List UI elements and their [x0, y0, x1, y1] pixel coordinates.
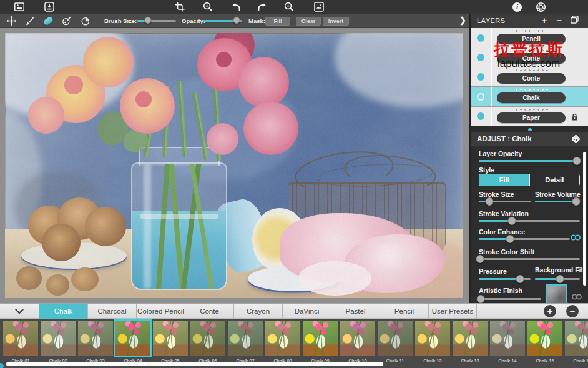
preset-chalk-05[interactable]: Chalk 05: [152, 319, 189, 368]
chain-link-icon-unlinked[interactable]: [571, 292, 583, 303]
mask-clear-button[interactable]: Clear: [296, 17, 321, 26]
layer-visibility-toggle[interactable]: [477, 112, 484, 120]
artistic-finish-texture-swatch[interactable]: [546, 284, 567, 303]
pressure-slider[interactable]: [479, 274, 531, 283]
preset-thumbnail[interactable]: [153, 321, 188, 356]
chevron-down-icon[interactable]: [0, 304, 39, 319]
add-layer-button[interactable]: +: [539, 15, 550, 26]
layer-visibility-toggle[interactable]: [477, 73, 484, 81]
layer-name-pill[interactable]: Conte: [497, 53, 566, 64]
color-enhance-slider[interactable]: [479, 234, 570, 243]
eraser-tool-icon[interactable]: [41, 15, 55, 27]
crop-icon[interactable]: [174, 1, 186, 12]
preset-thumbnail[interactable]: [527, 321, 562, 356]
preset-thumbnail[interactable]: [190, 321, 225, 356]
preset-thumbnail[interactable]: [78, 321, 113, 356]
move-tool-icon[interactable]: [4, 15, 18, 27]
stroke-size-slider[interactable]: [479, 197, 531, 206]
add-preset-button[interactable]: +: [544, 305, 556, 317]
paintbrush-tool-icon[interactable]: [23, 15, 37, 27]
shade-circle-tool-icon[interactable]: [79, 15, 92, 27]
layer-visibility-toggle[interactable]: [477, 93, 484, 101]
tab-pastel[interactable]: Pastel: [331, 304, 380, 319]
slider-knob[interactable]: [572, 197, 581, 206]
preset-chalk-06[interactable]: Chalk 06: [189, 319, 227, 368]
slider-knob[interactable]: [508, 217, 516, 225]
layer-row-pencil[interactable]: Pencil: [471, 28, 588, 47]
mask-invert-button[interactable]: Invert: [323, 17, 349, 26]
duplicate-layer-icon[interactable]: [569, 15, 580, 26]
preset-chalk-08[interactable]: Chalk 08: [264, 319, 301, 368]
background-fill-slider[interactable]: [535, 274, 580, 283]
slider-knob[interactable]: [573, 157, 581, 165]
preset-chalk-16[interactable]: Chalk 16: [564, 319, 588, 368]
tab-pencil[interactable]: Pencil: [380, 304, 428, 319]
layer-drag-handle[interactable]: [514, 89, 549, 91]
preset-thumbnail[interactable]: [265, 321, 300, 356]
layer-row-chalk-selected[interactable]: Chalk: [471, 87, 588, 106]
layer-row-conte-2[interactable]: Conte: [471, 67, 588, 87]
preset-chalk-02[interactable]: Chalk 02: [39, 319, 77, 368]
slider-knob[interactable]: [233, 17, 240, 24]
preset-chalk-14[interactable]: Chalk 14: [489, 319, 526, 368]
preset-thumbnail[interactable]: [303, 321, 338, 356]
tab-conte[interactable]: Conte: [185, 304, 233, 319]
mask-fill-button[interactable]: Fill: [265, 17, 290, 26]
stroke-variation-slider[interactable]: [479, 216, 580, 225]
remove-preset-button[interactable]: −: [566, 305, 579, 317]
preset-chalk-01[interactable]: Chalk 01: [2, 319, 39, 368]
preset-chalk-11[interactable]: Chalk 11: [376, 319, 414, 368]
zoom-out-icon[interactable]: [283, 1, 295, 12]
tab-davinci[interactable]: DaVinci: [282, 304, 331, 319]
layer-name-pill[interactable]: Paper: [497, 112, 566, 123]
preset-chalk-10[interactable]: Chalk 10: [339, 319, 376, 368]
chevron-right-icon[interactable]: ❯: [459, 16, 466, 25]
tab-charcoal[interactable]: Charcoal: [87, 304, 136, 319]
tab-user-presets[interactable]: User Presets: [428, 304, 477, 319]
opacity-slider[interactable]: [203, 17, 242, 24]
slider-knob[interactable]: [476, 255, 484, 263]
preset-strip-scrollbar[interactable]: [6, 362, 383, 366]
brush-size-slider[interactable]: [137, 17, 176, 24]
layer-name-pill[interactable]: Pencil: [497, 34, 566, 44]
randomize-dice-icon[interactable]: [571, 134, 581, 147]
redo-icon[interactable]: [256, 1, 268, 12]
preview-image-icon[interactable]: [313, 1, 325, 12]
layer-drag-handle[interactable]: [514, 49, 549, 51]
stroke-circle-tool-icon[interactable]: [60, 15, 74, 27]
preset-thumbnail[interactable]: [41, 321, 76, 356]
preset-thumbnail[interactable]: [565, 321, 588, 356]
layer-name-pill[interactable]: Conte: [497, 73, 566, 84]
preset-thumbnail[interactable]: [490, 321, 525, 356]
layer-drag-handle[interactable]: [514, 69, 549, 71]
stroke-color-shift-slider[interactable]: [479, 254, 580, 263]
settings-gear-icon[interactable]: [534, 1, 547, 12]
preset-chalk-03[interactable]: Chalk 03: [77, 319, 114, 368]
layer-row-paper[interactable]: Paper: [471, 107, 588, 126]
remove-layer-button[interactable]: −: [554, 15, 565, 26]
zoom-in-icon[interactable]: [202, 1, 214, 12]
preset-thumbnail[interactable]: [340, 321, 375, 356]
panel-splitter[interactable]: [469, 126, 588, 132]
import-image-icon[interactable]: [43, 1, 56, 12]
preset-chalk-13[interactable]: Chalk 13: [451, 319, 489, 368]
layer-drag-handle[interactable]: [514, 109, 549, 111]
canvas-artwork[interactable]: [5, 33, 463, 298]
style-fill-button[interactable]: Fill: [479, 174, 529, 186]
style-detail-button[interactable]: Detail: [529, 174, 580, 186]
slider-knob[interactable]: [145, 17, 152, 24]
layer-drag-handle[interactable]: [514, 30, 549, 32]
preset-chalk-15[interactable]: Chalk 15: [526, 319, 564, 368]
slider-knob[interactable]: [516, 275, 524, 283]
layer-visibility-toggle[interactable]: [477, 54, 484, 61]
slider-knob[interactable]: [485, 197, 493, 206]
chain-link-icon-linked[interactable]: [569, 233, 582, 244]
layer-name-pill[interactable]: Chalk: [497, 92, 566, 103]
tab-colored-pencil[interactable]: Colored Pencil: [136, 304, 185, 319]
preset-thumbnail[interactable]: [415, 321, 450, 356]
preset-thumbnail[interactable]: [3, 321, 38, 356]
slider-knob[interactable]: [556, 275, 564, 283]
preset-thumbnail[interactable]: [115, 321, 150, 356]
preset-chalk-07[interactable]: Chalk 07: [227, 319, 264, 368]
layer-row-conte-1[interactable]: Conte: [471, 47, 588, 67]
